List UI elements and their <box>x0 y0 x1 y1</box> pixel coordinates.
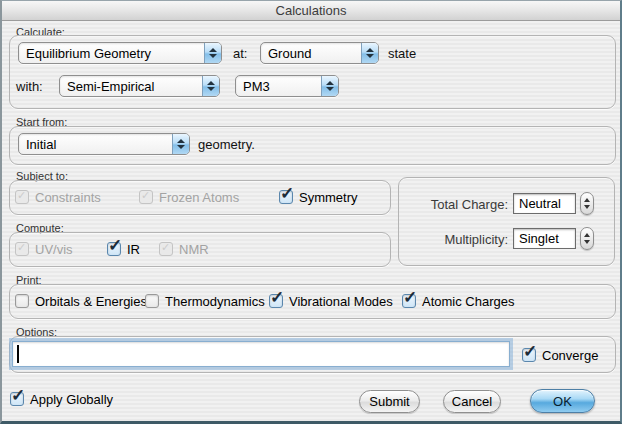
uvvis-checkbox[interactable]: UV/vis <box>15 241 73 257</box>
ok-button[interactable]: OK <box>530 389 595 413</box>
checkbox-icon <box>10 392 24 406</box>
stepper-arrows-icon <box>202 76 219 96</box>
vibrational-modes-checkbox-label: Vibrational Modes <box>289 294 393 309</box>
dialog-title: Calculations <box>276 3 347 18</box>
basis-popup[interactable]: PM3 <box>235 75 339 97</box>
checkbox-icon <box>159 242 173 256</box>
constraints-checkbox-label: Constraints <box>35 190 101 205</box>
state-suffix-label: state <box>388 46 416 61</box>
multiplicity-label: Multiplicity: <box>410 232 508 247</box>
text-caret <box>17 345 19 363</box>
checkbox-icon <box>15 294 29 308</box>
calculate-task-popup[interactable]: Equilibrium Geometry <box>18 42 222 64</box>
orbitals-energies-checkbox[interactable]: Orbitals & Energies <box>15 293 147 309</box>
with-label: with: <box>16 79 43 94</box>
start-from-popup-value: Initial <box>19 134 172 154</box>
checkbox-icon <box>522 348 536 362</box>
ir-checkbox-label: IR <box>127 242 140 257</box>
checkbox-icon <box>402 294 416 308</box>
nmr-checkbox-label: NMR <box>179 242 209 257</box>
apply-globally-checkbox-label: Apply Globally <box>30 392 113 407</box>
charge-groupbox <box>398 177 615 266</box>
stepper-arrows-icon <box>361 43 378 63</box>
atomic-charges-checkbox-label: Atomic Charges <box>422 294 514 309</box>
total-charge-field[interactable]: Neutral <box>513 193 576 214</box>
state-popup[interactable]: Ground <box>260 42 379 64</box>
at-label: at: <box>233 46 247 61</box>
total-charge-label: Total Charge: <box>410 197 508 212</box>
symmetry-checkbox[interactable]: Symmetry <box>279 189 358 205</box>
checkbox-icon <box>279 190 293 204</box>
stepper-arrows-icon <box>172 134 189 154</box>
converge-checkbox-label: Converge <box>542 348 598 363</box>
method-popup-value: Semi-Empirical <box>60 76 202 96</box>
thermodynamics-checkbox[interactable]: Thermodynamics <box>145 293 265 309</box>
frozen-atoms-checkbox[interactable]: Frozen Atoms <box>139 189 239 205</box>
checkbox-icon <box>139 190 153 204</box>
uvvis-checkbox-label: UV/vis <box>35 242 73 257</box>
start-from-popup[interactable]: Initial <box>18 133 190 155</box>
checkbox-icon <box>269 294 283 308</box>
constraints-checkbox[interactable]: Constraints <box>15 189 101 205</box>
checkbox-icon <box>107 242 121 256</box>
multiplicity-value: Singlet <box>519 231 559 246</box>
cancel-button[interactable]: Cancel <box>443 390 501 413</box>
total-charge-value: Neutral <box>519 196 561 211</box>
converge-checkbox[interactable]: Converge <box>522 347 598 363</box>
state-popup-value: Ground <box>261 43 361 63</box>
nmr-checkbox[interactable]: NMR <box>159 241 209 257</box>
total-charge-stepper[interactable] <box>580 192 594 215</box>
checkbox-icon <box>15 242 29 256</box>
submit-button[interactable]: Submit <box>359 390 420 413</box>
calculate-task-value: Equilibrium Geometry <box>19 43 204 63</box>
checkbox-icon <box>15 190 29 204</box>
calculations-dialog: Calculations Calculate: Equilibrium Geom… <box>0 0 622 424</box>
title-bar[interactable]: Calculations <box>2 1 620 21</box>
multiplicity-stepper[interactable] <box>580 227 594 250</box>
options-input[interactable] <box>12 341 510 367</box>
stepper-arrows-icon <box>204 43 221 63</box>
basis-popup-value: PM3 <box>236 76 321 96</box>
atomic-charges-checkbox[interactable]: Atomic Charges <box>402 293 514 309</box>
method-popup[interactable]: Semi-Empirical <box>59 75 220 97</box>
orbitals-energies-checkbox-label: Orbitals & Energies <box>35 294 147 309</box>
stepper-arrows-icon <box>321 76 338 96</box>
geometry-suffix-label: geometry. <box>198 137 255 152</box>
apply-globally-checkbox[interactable]: Apply Globally <box>10 391 113 407</box>
multiplicity-field[interactable]: Singlet <box>513 228 576 249</box>
thermodynamics-checkbox-label: Thermodynamics <box>165 294 265 309</box>
frozen-atoms-checkbox-label: Frozen Atoms <box>159 190 239 205</box>
checkbox-icon <box>145 294 159 308</box>
ir-checkbox[interactable]: IR <box>107 241 140 257</box>
symmetry-checkbox-label: Symmetry <box>299 190 358 205</box>
vibrational-modes-checkbox[interactable]: Vibrational Modes <box>269 293 393 309</box>
